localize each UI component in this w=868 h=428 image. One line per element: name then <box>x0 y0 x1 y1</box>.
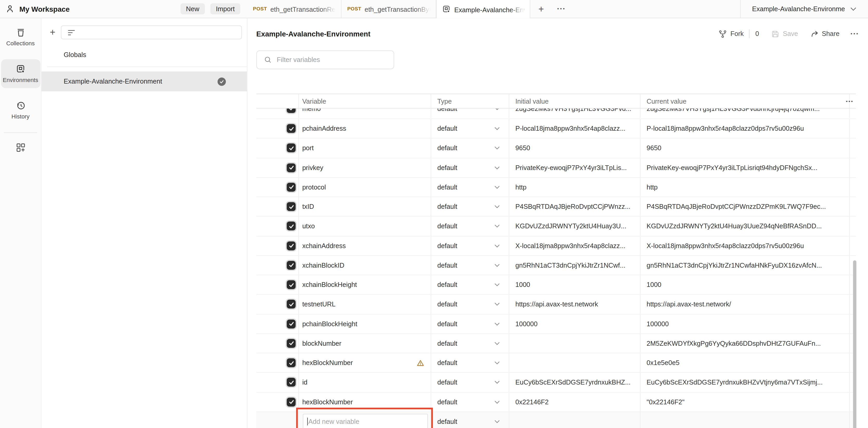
row-checkbox[interactable] <box>287 183 296 192</box>
row-checkbox[interactable] <box>287 280 296 289</box>
current-value-cell[interactable]: gn5RhN1aCT3dnCpjYkiJtrZr1NCwfaHNkFyuDX16… <box>641 256 850 275</box>
sidebar-filter-input[interactable] <box>61 26 242 39</box>
add-environment-button[interactable]: + <box>50 28 55 37</box>
current-value-cell[interactable]: KGDvUZzdJRWNYTy2ktU4Huay3UueZ94qNeBfRASn… <box>641 217 850 236</box>
variable-type-dropdown[interactable]: default <box>431 295 509 314</box>
row-checkbox[interactable] <box>287 359 296 367</box>
filter-variables-input[interactable]: Filter variables <box>256 51 394 69</box>
row-checkbox[interactable] <box>287 300 296 309</box>
active-environment-check-icon[interactable] <box>218 77 226 86</box>
current-value-cell[interactable]: https://api.avax-test.network/ <box>641 295 850 314</box>
current-value-cell[interactable]: EuCy6bScEXrSdDGSE7yrdnxukBHZvVtjny6ma7VT… <box>641 373 850 392</box>
current-value-cell[interactable] <box>641 412 850 428</box>
current-value-cell[interactable]: "0x22146F2" <box>641 392 850 411</box>
current-value-cell[interactable]: P4SBqRTDAqJBjeRoDvptCCjPWnzzDZPmK9L7WQ7F… <box>641 197 850 216</box>
variable-type-dropdown[interactable]: default <box>431 334 509 353</box>
variable-name-cell[interactable]: pchainBlockHeight <box>299 314 431 333</box>
fork-count[interactable]: 0 <box>755 30 759 38</box>
row-checkbox[interactable] <box>287 241 296 250</box>
row-checkbox[interactable] <box>287 339 296 348</box>
warning-icon[interactable] <box>417 359 424 367</box>
row-checkbox[interactable] <box>287 378 296 387</box>
initial-value-cell[interactable]: 2ugSe2Mks7VH3Ygsj1HL3VGG3Pvd... <box>509 109 640 118</box>
variable-name-cell[interactable]: xchainAddress <box>299 236 431 255</box>
variable-type-dropdown[interactable]: default <box>431 314 509 333</box>
initial-value-cell[interactable] <box>509 353 640 372</box>
save-button[interactable]: Save <box>771 30 798 38</box>
import-button[interactable]: Import <box>210 3 240 15</box>
variable-name-cell[interactable]: hexBlockNumber <box>299 353 431 372</box>
environment-selector[interactable]: Example-Avalanche-Environme <box>740 0 868 18</box>
initial-value-cell[interactable]: https://api.avax-test.network <box>509 295 640 314</box>
variable-name-cell[interactable]: hexBlockNumber <box>299 392 431 411</box>
current-value-cell[interactable]: 1000 <box>641 275 850 294</box>
initial-value-cell[interactable]: EuCy6bScEXrSdDGSE7yrdnxukBHZ... <box>509 373 640 392</box>
variable-name-cell[interactable]: utxo <box>299 217 431 236</box>
initial-value-cell[interactable] <box>509 334 640 353</box>
vertical-scrollbar[interactable] <box>853 260 857 428</box>
current-value-cell[interactable]: 100000 <box>641 314 850 333</box>
initial-value-cell[interactable]: P4SBqRTDAqJBjeRoDvptCCjPWnzz... <box>509 197 640 216</box>
row-checkbox[interactable] <box>287 144 296 152</box>
current-value-cell[interactable]: X-local18jma8ppw3nhx5r4ap8clazz0dps7rv5u… <box>641 236 850 255</box>
configure-workspace-icon[interactable] <box>0 142 41 153</box>
row-checkbox[interactable] <box>287 109 296 113</box>
row-checkbox[interactable] <box>287 124 296 133</box>
current-value-cell[interactable]: PrivateKey-ewoqjP7PxY4yr3iLTpLisriqt94hd… <box>641 158 850 177</box>
tab-request-1[interactable]: POST eth_getTransactionRece <box>247 0 342 18</box>
variable-type-dropdown[interactable]: default <box>431 109 509 118</box>
variable-type-dropdown[interactable]: default <box>431 256 509 275</box>
variable-type-dropdown[interactable]: default <box>431 236 509 255</box>
variable-name-cell[interactable]: pchainAddress <box>299 119 431 138</box>
globals-item[interactable]: Globals <box>42 39 247 66</box>
variable-type-dropdown[interactable]: default <box>431 275 509 294</box>
variable-name-cell[interactable]: xchainBlockID <box>299 256 431 275</box>
row-checkbox[interactable] <box>287 202 296 211</box>
variable-name-cell[interactable]: port <box>299 139 431 158</box>
variable-name-cell[interactable]: blockNumber <box>299 334 431 353</box>
environment-list-item-active[interactable]: Example-Avalanche-Environment <box>42 72 247 91</box>
initial-value-cell[interactable]: 100000 <box>509 314 640 333</box>
new-button[interactable]: New <box>181 3 205 15</box>
initial-value-cell[interactable]: KGDvUZzdJRWNYTy2ktU4Huay3U... <box>509 217 640 236</box>
variable-type-dropdown[interactable]: default <box>431 177 509 197</box>
variable-name-cell[interactable]: xchainBlockHeight <box>299 275 431 294</box>
current-value-cell[interactable]: P-local18jma8ppw3nhx5r4ap8clazz0dps7rv5u… <box>641 119 850 138</box>
variable-type-dropdown[interactable]: default <box>431 139 509 158</box>
initial-value-cell[interactable]: PrivateKey-ewoqjP7PxY4yr3iLTpLis... <box>509 158 640 177</box>
current-value-cell[interactable]: 9650 <box>641 139 850 158</box>
variable-name-cell[interactable]: txID <box>299 197 431 216</box>
initial-value-cell[interactable]: 1000 <box>509 275 640 294</box>
current-value-cell[interactable]: 2ugSe2Mks7VH3Ygsj1HL3VGG3Pvdbnhcjrdj4jq7… <box>641 109 850 118</box>
variable-type-dropdown[interactable]: default <box>431 392 509 411</box>
variable-type-dropdown[interactable]: default <box>431 197 509 216</box>
tab-environment-active[interactable]: Example-Avalanche-Envir <box>436 0 530 18</box>
initial-value-cell[interactable]: 9650 <box>509 139 640 158</box>
variable-type-dropdown[interactable]: default <box>431 353 509 372</box>
initial-value-cell[interactable]: gn5RhN1aCT3dnCpjYkiJtrZr1NCwf... <box>509 256 640 275</box>
tab-options-icon[interactable]: ••• <box>557 6 566 11</box>
sidebar-item-history[interactable]: History <box>1 96 40 125</box>
variable-type-dropdown[interactable]: default <box>431 119 509 138</box>
variable-type-dropdown[interactable]: default <box>431 158 509 177</box>
initial-value-cell[interactable]: http <box>509 177 640 197</box>
workspace-title[interactable]: My Workspace <box>19 5 69 13</box>
row-checkbox[interactable] <box>287 222 296 231</box>
variable-name-cell[interactable]: testnetURL <box>299 295 431 314</box>
row-checkbox[interactable] <box>287 319 296 328</box>
current-value-cell[interactable]: http <box>641 177 850 197</box>
variable-type-dropdown[interactable]: default <box>431 373 509 392</box>
user-icon[interactable] <box>5 4 14 13</box>
more-actions-icon[interactable]: ••• <box>850 31 859 36</box>
initial-value-cell[interactable] <box>509 412 640 428</box>
current-value-cell[interactable]: 0x1e5e0e5 <box>641 353 850 372</box>
row-checkbox[interactable] <box>287 398 296 406</box>
share-button[interactable]: Share <box>810 30 840 38</box>
row-checkbox[interactable] <box>287 163 296 172</box>
initial-value-cell[interactable]: X-local18jma8ppw3nhx5r4ap8clazz... <box>509 236 640 255</box>
variable-name-cell[interactable]: privkey <box>299 158 431 177</box>
current-value-cell[interactable]: 2M5ZeKWDYfXkgPg6YyQyka66DDsphvDHtZ7GUFAu… <box>641 334 850 353</box>
add-variable-input[interactable]: Add new variable <box>303 414 428 428</box>
tab-request-2[interactable]: POST eth_getTransactionByHa <box>342 0 436 18</box>
new-tab-icon[interactable]: + <box>538 4 544 13</box>
